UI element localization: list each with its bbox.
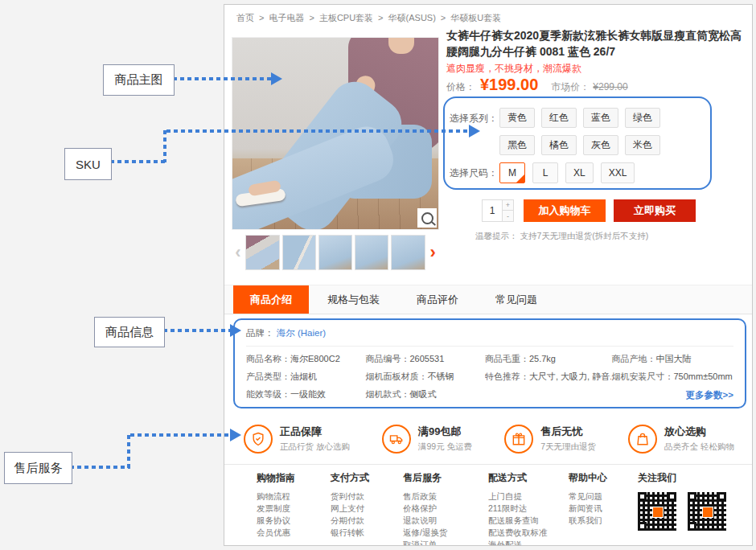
footer-link[interactable]: 常见问题 — [569, 490, 638, 503]
info-cell-label: 商品编号： — [365, 354, 409, 363]
tab-reviews[interactable]: 商品评价 — [398, 285, 477, 314]
quantity-decrease-button[interactable]: - — [503, 211, 514, 222]
product-page-panel: 首页>电子电器>主板CPU套装>华硕(ASUS)>华硕板U套装 ‹ › 女裤牛仔… — [224, 4, 753, 546]
footer-link[interactable]: 价格保护 — [403, 503, 488, 515]
series-option[interactable]: 橘色 — [541, 135, 577, 155]
thumbs-prev-icon[interactable]: ‹ — [232, 235, 244, 270]
footer-link[interactable]: 货到付款 — [331, 490, 403, 503]
market-price-value: ¥299.00 — [593, 81, 627, 92]
arrow-sku-line — [110, 160, 166, 163]
arrow-after-sales-head — [230, 429, 241, 441]
footer-link[interactable]: 新闻资讯 — [569, 503, 638, 515]
more-params-link[interactable]: 更多参数>> — [686, 389, 733, 401]
service-title: 正品保障 — [280, 425, 350, 439]
thumbnail[interactable] — [318, 235, 352, 270]
series-option[interactable]: 黄色 — [499, 108, 535, 128]
thumbs-next-icon[interactable]: › — [426, 235, 439, 270]
product-main-image[interactable] — [232, 37, 439, 230]
info-cell-value: 2605531 — [409, 354, 444, 363]
info-cell-value: 一级能效 — [290, 389, 326, 399]
footer-column-title: 帮助中心 — [569, 471, 638, 485]
service-desc: 满99元 免运费 — [418, 441, 472, 453]
footer-link[interactable]: 配送服务查询 — [488, 515, 569, 527]
service-title: 满99包邮 — [418, 425, 472, 439]
return-policy-notice: 温馨提示： 支持7天无理由退货(拆封后不支持) — [475, 231, 648, 242]
footer-link[interactable]: 购物流程 — [257, 490, 331, 503]
price-bar: 价格： ¥199.00 市场价： ¥299.00 — [446, 76, 749, 94]
footer-link[interactable]: 会员优惠 — [257, 527, 331, 539]
thumbnail-strip: ‹ › — [232, 234, 439, 271]
thumbnail[interactable] — [355, 235, 388, 270]
breadcrumb: 首页>电子电器>主板CPU套装>华硕(ASUS)>华硕板U套装 — [234, 12, 503, 24]
info-cell-value: 油烟机 — [290, 371, 317, 381]
footer-link[interactable]: 分期付款 — [331, 515, 403, 527]
series-option[interactable]: 米色 — [625, 135, 660, 155]
size-options: M L XL XXL — [499, 162, 707, 183]
size-option[interactable]: L — [532, 162, 558, 183]
breadcrumb-separator: > — [309, 13, 314, 23]
buy-now-button[interactable]: 立即购买 — [614, 199, 696, 222]
info-cell-label: 烟机面板材质： — [365, 371, 427, 381]
footer-link[interactable]: 网上支付 — [331, 503, 403, 515]
add-to-cart-button[interactable]: 加入购物车 — [524, 199, 606, 222]
service-title: 放心选购 — [664, 425, 734, 439]
breadcrumb-separator: > — [378, 13, 383, 23]
info-cell-label: 商品产地： — [611, 354, 655, 363]
footer-link[interactable]: 服务协议 — [257, 515, 331, 527]
breadcrumb-item[interactable]: 电子电器 — [269, 13, 304, 23]
thumbnail[interactable] — [245, 235, 279, 270]
size-row: 选择尺码： M L XL XXL — [450, 162, 707, 183]
arrow-product-info-head — [230, 324, 241, 337]
detail-tabbar: 商品介绍 规格与包装 商品评价 常见问题 — [224, 285, 753, 314]
info-cell: 特色推荐：大尺寸, 大吸力, 静音... — [485, 371, 612, 383]
arrow-main-image-line — [173, 77, 271, 80]
info-cell: 烟机面板材质：不锈钢 — [365, 371, 484, 383]
tab-specs-packaging[interactable]: 规格与包装 — [309, 285, 398, 314]
series-option[interactable]: 蓝色 — [583, 108, 618, 128]
thumbnail[interactable] — [282, 235, 316, 270]
footer-link[interactable]: 发票制度 — [257, 503, 331, 515]
arrow-product-info-line — [163, 329, 230, 332]
breadcrumb-item[interactable]: 主板CPU套装 — [319, 13, 373, 23]
info-cell: 商品名称：海尔E800C2 — [246, 353, 365, 365]
zoom-icon[interactable] — [417, 208, 437, 228]
footer-link[interactable]: 返修/退换货 — [403, 527, 488, 539]
qr-corner — [638, 522, 647, 531]
series-option[interactable]: 灰色 — [583, 135, 618, 155]
series-option[interactable]: 红色 — [541, 108, 577, 128]
footer-link[interactable]: 211限时达 — [488, 503, 569, 515]
tab-faq[interactable]: 常见问题 — [477, 285, 556, 314]
footer-link[interactable]: 联系我们 — [569, 515, 638, 527]
size-option[interactable]: XL — [565, 162, 594, 183]
qr-code-group — [638, 492, 738, 531]
info-cell-value: 不锈钢 — [427, 371, 454, 381]
price-label: 价格： — [446, 80, 475, 94]
breadcrumb-item[interactable]: 首页 — [236, 13, 254, 23]
footer-link[interactable]: 银行转帐 — [331, 527, 403, 539]
arrow-main-image-head — [271, 72, 282, 85]
breadcrumb-item[interactable]: 华硕板U套装 — [450, 13, 501, 23]
footer-column-title: 购物指南 — [257, 471, 331, 485]
market-price-label: 市场价： — [551, 80, 590, 94]
size-option-selected[interactable]: M — [499, 162, 525, 183]
brand-link[interactable]: 海尔 (Haier) — [277, 328, 326, 338]
quantity-increase-button[interactable]: + — [503, 199, 514, 211]
footer-link[interactable]: 退款说明 — [403, 515, 488, 527]
size-option[interactable]: XXL — [601, 162, 635, 183]
breadcrumb-item[interactable]: 华硕(ASUS) — [388, 13, 436, 23]
footer-link[interactable]: 取消订单 — [403, 539, 488, 546]
product-info-panel: 品牌： 海尔 (Haier) 商品名称：海尔E800C2 商品编号：260553… — [233, 318, 746, 408]
service-item: 正品保障 正品行货 放心选购 — [244, 425, 350, 454]
footer-link[interactable]: 配送费收取标准 — [488, 527, 569, 539]
footer-link[interactable]: 售后政策 — [403, 490, 488, 503]
info-cell-value: 海尔E800C2 — [290, 354, 340, 363]
footer-link[interactable]: 海外配送 — [488, 539, 569, 546]
quantity-value[interactable]: 1 — [482, 199, 503, 222]
tab-product-intro[interactable]: 商品介绍 — [233, 285, 309, 314]
thumbnail[interactable] — [391, 235, 425, 270]
footer-link[interactable]: 上门自提 — [488, 490, 569, 503]
series-option[interactable]: 黑色 — [499, 135, 535, 155]
series-option[interactable]: 绿色 — [625, 108, 660, 128]
annotation-after-sales-label: 售后服务 — [4, 452, 72, 484]
size-label: 选择尺码： — [450, 162, 499, 183]
